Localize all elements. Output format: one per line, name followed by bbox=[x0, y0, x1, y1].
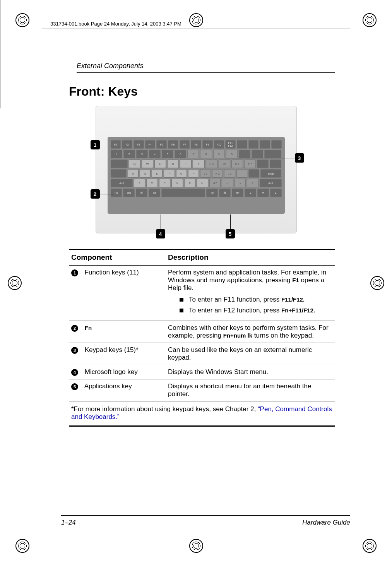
key: 0 bbox=[226, 150, 238, 158]
key: F1 bbox=[111, 140, 121, 149]
key: F3 bbox=[134, 140, 144, 149]
key: E bbox=[154, 160, 166, 168]
row-number-icon: 1 bbox=[71, 269, 78, 276]
crop-line bbox=[0, 0, 0, 27]
keyboard-figure: F1F2F3F4F5F6F7F8F9F10F11F12 1234567890 Q… bbox=[96, 106, 297, 233]
key: F7 bbox=[180, 140, 190, 149]
key bbox=[248, 140, 259, 149]
key: ◄ bbox=[245, 189, 256, 197]
key: F5 bbox=[156, 140, 167, 149]
key: 4 bbox=[149, 150, 161, 158]
key-label: F1 bbox=[292, 277, 299, 283]
key: Z bbox=[134, 179, 146, 187]
key: 7 bbox=[187, 150, 199, 158]
key: 3 bbox=[136, 150, 148, 158]
key bbox=[264, 150, 281, 158]
key: ? bbox=[247, 179, 258, 187]
key: R bbox=[167, 160, 179, 168]
header-rule bbox=[42, 29, 350, 29]
row-number-icon: 2 bbox=[71, 325, 78, 332]
key: > bbox=[235, 179, 246, 187]
key bbox=[260, 140, 270, 149]
row-number-icon: 3 bbox=[71, 347, 78, 354]
document-title-footer: Hardware Guide bbox=[302, 519, 350, 527]
page-title: Front: Keys bbox=[69, 84, 335, 99]
key: V bbox=[171, 179, 183, 187]
component-name: Fn bbox=[85, 324, 92, 331]
key: M 0 bbox=[209, 179, 221, 187]
key bbox=[270, 160, 281, 168]
crop-line bbox=[0, 54, 0, 81]
key: alt bbox=[206, 189, 218, 197]
keyboard-body: F1F2F3F4F5F6F7F8F9F10F11F12 1234567890 Q… bbox=[108, 137, 285, 214]
key: F9 bbox=[202, 140, 213, 149]
crop-mark-icon bbox=[370, 276, 384, 290]
key: enter bbox=[260, 169, 281, 178]
key: Y bbox=[193, 160, 204, 168]
crop-line bbox=[0, 27, 0, 54]
key: A bbox=[128, 169, 139, 178]
crop-line bbox=[0, 81, 0, 108]
applications-key: ▤ bbox=[219, 189, 231, 197]
running-header: External Components bbox=[77, 62, 335, 70]
key: shift bbox=[260, 179, 282, 187]
key: C bbox=[159, 179, 171, 187]
key: B bbox=[184, 179, 196, 187]
key bbox=[161, 189, 205, 197]
key: F bbox=[164, 169, 175, 178]
key: F8 bbox=[191, 140, 201, 149]
key: F11F12 bbox=[225, 140, 236, 149]
description-text: Can be used like the keys on an external… bbox=[168, 346, 312, 361]
key: O 6 bbox=[231, 160, 243, 168]
figure-callout-2: 2 bbox=[91, 189, 100, 199]
crop-mark-icon bbox=[363, 13, 377, 27]
key: W bbox=[142, 160, 153, 168]
key: ctrl bbox=[123, 189, 135, 197]
crop-mark-icon bbox=[189, 539, 203, 553]
key: F4 bbox=[145, 140, 156, 149]
footer-rule bbox=[61, 515, 350, 516]
figure-callout-3: 3 bbox=[295, 153, 304, 163]
key: N bbox=[197, 179, 208, 187]
key: alt bbox=[149, 189, 160, 197]
key: H bbox=[188, 169, 199, 178]
component-name: Keypad keys (15)* bbox=[85, 346, 139, 353]
bullet-text: To enter an F11 function, press bbox=[189, 296, 281, 303]
key-label: Fn+num lk bbox=[223, 332, 252, 339]
fn-key: Fn bbox=[111, 189, 122, 197]
key-label: F11/F12. bbox=[281, 296, 305, 303]
page-number: 1–24 bbox=[61, 519, 76, 527]
key bbox=[239, 150, 250, 158]
key: Q bbox=[129, 160, 140, 168]
list-item: To enter an F11 function, press F11/F12. bbox=[180, 296, 332, 304]
table-header-component: Component bbox=[69, 250, 166, 266]
component-name: Microsoft logo key bbox=[85, 368, 138, 376]
key: I 5 bbox=[219, 160, 230, 168]
key: 6 bbox=[175, 150, 186, 158]
document-meta: 331734-001.book Page 24 Monday, July 14,… bbox=[50, 21, 181, 27]
callout-line bbox=[226, 158, 296, 158]
components-table: Component Description 1 Function keys (1… bbox=[69, 249, 335, 427]
key: J 1 bbox=[200, 169, 211, 178]
table-row: 1 Function keys (11) Perform system and … bbox=[69, 265, 335, 321]
key: T bbox=[180, 160, 192, 168]
key: shift bbox=[111, 179, 133, 187]
key bbox=[271, 140, 282, 149]
key: 2 bbox=[123, 150, 135, 158]
crop-mark-icon bbox=[363, 539, 377, 553]
key: 8 bbox=[200, 150, 212, 158]
key: F2 bbox=[122, 140, 132, 149]
description-text: turns on the keypad. bbox=[252, 332, 314, 339]
key-label: Fn+F11/F12. bbox=[281, 307, 315, 314]
row-number-icon: 4 bbox=[71, 369, 78, 376]
component-name: Applications key bbox=[84, 382, 132, 390]
list-item: To enter an F12 function, press Fn+F11/F… bbox=[180, 307, 332, 314]
description-text: Displays the Windows Start menu. bbox=[168, 368, 268, 376]
section-rule bbox=[77, 72, 335, 73]
key: 1 bbox=[111, 150, 122, 158]
table-footnote-row: *For more information about using keypad… bbox=[69, 401, 335, 426]
figure-callout-1: 1 bbox=[91, 140, 100, 149]
key: S bbox=[140, 169, 151, 178]
key: X bbox=[146, 179, 158, 187]
footnote-text: *For more information about using keypad… bbox=[71, 405, 258, 413]
